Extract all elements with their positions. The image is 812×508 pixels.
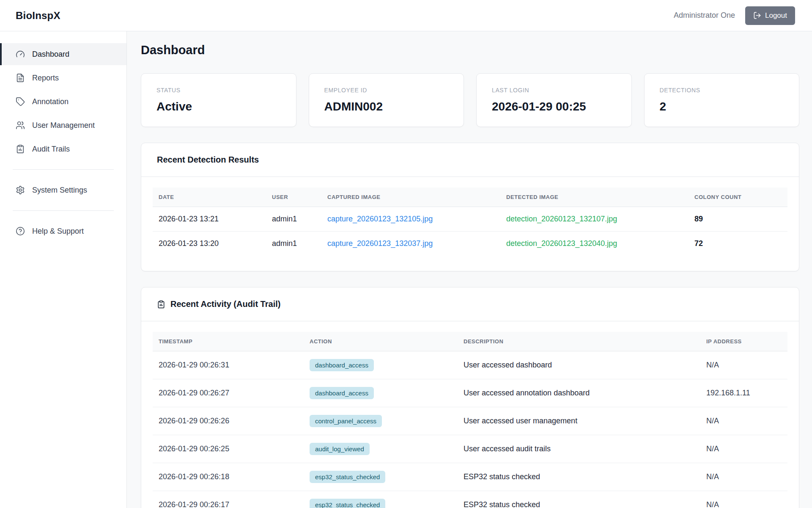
detection-results-panel: Recent Detection Results DATE USER CAPTU… [141,143,799,271]
action-badge: esp32_status_checked [310,499,385,508]
activity-description: User accessed audit trails [458,435,700,463]
stat-card-status: STATUS Active [141,73,296,127]
logout-label: Logout [765,11,787,20]
activity-description: ESP32 status checked [458,491,700,508]
clipboard-chart-icon [157,300,165,309]
activity-timestamp: 2026-01-29 00:26:17 [153,491,304,508]
detected-image-link[interactable]: detection_20260123_132040.jpg [506,239,617,248]
tag-icon [16,97,25,106]
sidebar-item-annotation[interactable]: Annotation [0,91,126,113]
page-title: Dashboard [141,43,799,57]
column-header-date: DATE [153,188,266,207]
column-header-timestamp: TIMESTAMP [153,332,304,351]
stat-card-employee-id: EMPLOYEE ID ADMIN002 [309,73,464,127]
stat-value: 2 [660,100,784,113]
table-row: 2026-01-29 00:26:18 esp32_status_checked… [153,463,787,491]
activity-ip: N/A [700,491,787,508]
stat-label: EMPLOYEE ID [324,87,449,94]
sidebar-divider [13,210,114,211]
activity-ip: N/A [700,435,787,463]
activity-ip: N/A [700,407,787,435]
captured-image-link[interactable]: capture_20260123_132105.jpg [327,215,433,223]
action-badge: dashboard_access [310,359,374,371]
sidebar-item-dashboard[interactable]: Dashboard [0,43,126,65]
activity-description: User accessed annotation dashboard [458,379,700,407]
logged-in-user: Administrator One [674,11,735,20]
detection-results-title: Recent Detection Results [157,155,259,165]
gear-icon [16,185,25,195]
sidebar-item-help-support[interactable]: Help & Support [0,220,126,242]
colony-count: 72 [689,232,787,256]
detection-date: 2026-01-23 13:20 [153,232,266,256]
sidebar-item-audit-trails[interactable]: Audit Trails [0,138,126,160]
logout-button[interactable]: Logout [745,6,795,25]
colony-count: 89 [689,207,787,232]
captured-image-link[interactable]: capture_20260123_132037.jpg [327,239,433,248]
column-header-detected-image: DETECTED IMAGE [500,188,689,207]
activity-ip: 192.168.1.11 [700,379,787,407]
detected-image-link[interactable]: detection_20260123_132107.jpg [506,215,617,223]
activity-ip: N/A [700,463,787,491]
sidebar: Dashboard Reports Annotation User Manage… [0,31,127,508]
activity-timestamp: 2026-01-29 00:26:27 [153,379,304,407]
action-badge: dashboard_access [310,387,374,399]
action-badge: control_panel_access [310,415,382,427]
table-header-row: DATE USER CAPTURED IMAGE DETECTED IMAGE … [153,188,787,207]
detection-user: admin1 [266,207,321,232]
sidebar-divider [13,169,114,170]
activity-description: User accessed user management [458,407,700,435]
stat-label: DETECTIONS [660,87,784,94]
column-header-captured-image: CAPTURED IMAGE [321,188,500,207]
stat-card-last-login: LAST LOGIN 2026-01-29 00:25 [476,73,632,127]
table-row: 2026-01-29 00:26:27 dashboard_access Use… [153,379,787,407]
action-badge: esp32_status_checked [310,471,385,483]
sidebar-item-reports[interactable]: Reports [0,67,126,89]
activity-description: ESP32 status checked [458,463,700,491]
activity-timestamp: 2026-01-29 00:26:18 [153,463,304,491]
table-row: 2026-01-23 13:21 admin1 capture_20260123… [153,207,787,232]
stat-cards-row: STATUS Active EMPLOYEE ID ADMIN002 LAST … [141,73,799,127]
main-content: Dashboard STATUS Active EMPLOYEE ID ADMI… [127,31,812,508]
table-row: 2026-01-29 00:26:17 esp32_status_checked… [153,491,787,508]
table-row: 2026-01-29 00:26:25 audit_log_viewed Use… [153,435,787,463]
sidebar-item-label: Dashboard [32,50,69,59]
column-header-colony-count: COLONY COUNT [689,188,787,207]
audit-trail-panel: Recent Activity (Audit Trail) TIMESTAMP … [141,287,799,508]
logout-icon [753,11,761,19]
sidebar-item-label: Audit Trails [32,145,70,154]
detection-date: 2026-01-23 13:21 [153,207,266,232]
detection-results-header: Recent Detection Results [141,143,799,177]
sidebar-item-label: Reports [32,74,59,83]
table-row: 2026-01-29 00:26:26 control_panel_access… [153,407,787,435]
sidebar-item-system-settings[interactable]: System Settings [0,179,126,201]
column-header-action: ACTION [304,332,458,351]
activity-timestamp: 2026-01-29 00:26:31 [153,351,304,379]
activity-description: User accessed dashboard [458,351,700,379]
clipboard-chart-icon [16,144,25,154]
audit-trail-header: Recent Activity (Audit Trail) [141,287,799,321]
audit-trail-title: Recent Activity (Audit Trail) [170,299,280,309]
stat-value: 2026-01-29 00:25 [492,100,616,113]
top-header: BioInspX Administrator One Logout [0,0,812,31]
file-text-icon [16,73,25,83]
app-logo: BioInspX [16,10,60,22]
column-header-description: DESCRIPTION [458,332,700,351]
sidebar-item-user-management[interactable]: User Management [0,114,126,136]
sidebar-item-label: User Management [32,121,95,130]
table-header-row: TIMESTAMP ACTION DESCRIPTION IP ADDRESS [153,332,787,351]
users-icon [16,121,25,130]
gauge-icon [16,50,25,59]
stat-label: STATUS [156,87,281,94]
sidebar-item-label: Annotation [32,97,69,106]
detection-user: admin1 [266,232,321,256]
activity-ip: N/A [700,351,787,379]
action-badge: audit_log_viewed [310,443,370,455]
stat-value: ADMIN002 [324,100,449,113]
column-header-ip-address: IP ADDRESS [700,332,787,351]
stat-label: LAST LOGIN [492,87,616,94]
stat-card-detections: DETECTIONS 2 [644,73,800,127]
activity-timestamp: 2026-01-29 00:26:25 [153,435,304,463]
stat-value: Active [156,100,281,113]
audit-trail-table: TIMESTAMP ACTION DESCRIPTION IP ADDRESS … [153,332,787,508]
sidebar-item-label: Help & Support [32,227,84,236]
